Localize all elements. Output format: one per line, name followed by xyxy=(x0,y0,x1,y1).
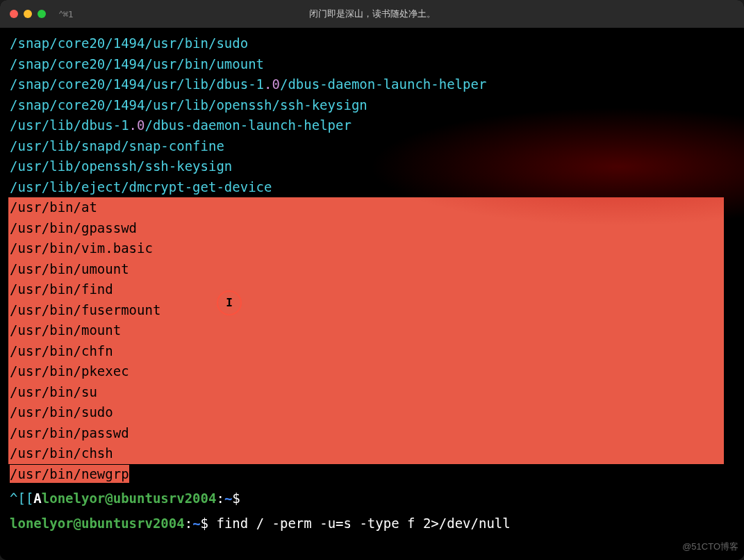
output-line: /usr/bin/chsh xyxy=(10,443,724,464)
output-line: /usr/lib/dbus-1.0/dbus-daemon-launch-hel… xyxy=(10,115,734,136)
output-line: /usr/lib/openssh/ssh-keysign xyxy=(10,156,734,177)
output-line: /usr/bin/find xyxy=(10,279,724,300)
output-line: /usr/bin/newgrp xyxy=(10,464,734,485)
terminal-body[interactable]: /snap/core20/1494/usr/bin/sudo /snap/cor… xyxy=(0,28,744,560)
cwd-path: ~ xyxy=(224,491,232,506)
escape-sequence: ^[[ xyxy=(10,491,33,506)
user-host: lonelyor@ubuntusrv2004 xyxy=(10,516,185,531)
output-line: /usr/bin/mount xyxy=(10,320,724,341)
output-line: /snap/core20/1494/usr/bin/sudo xyxy=(10,33,734,54)
terminal-window: ⌃⌘1 闭门即是深山，读书随处净土。 /snap/core20/1494/usr… xyxy=(0,0,744,560)
tab-shortcut-label: ⌃⌘1 xyxy=(58,9,72,19)
minimize-button[interactable] xyxy=(24,10,32,18)
output-line: /usr/bin/pkexec xyxy=(10,361,724,382)
output-line: /usr/bin/su xyxy=(10,382,724,403)
prompt-line: lonelyor@ubuntusrv2004:~$ find / -perm -… xyxy=(10,513,734,534)
output-line: /usr/bin/umount xyxy=(10,259,724,280)
output-line: /usr/bin/sudo xyxy=(10,402,724,423)
maximize-button[interactable] xyxy=(38,10,46,18)
output-line: /snap/core20/1494/usr/lib/openssh/ssh-ke… xyxy=(10,95,734,116)
output-line: /usr/bin/fusermount xyxy=(10,300,724,321)
window-title: 闭门即是深山，读书随处净土。 xyxy=(309,8,436,20)
output-line: /usr/bin/at xyxy=(10,197,724,218)
cwd-path: ~ xyxy=(192,516,200,531)
selection-block: /usr/bin/at /usr/bin/gpasswd /usr/bin/vi… xyxy=(8,197,724,464)
output-line: /snap/core20/1494/usr/lib/dbus-1.0/dbus-… xyxy=(10,74,734,95)
output-line: /snap/core20/1494/usr/bin/umount xyxy=(10,54,734,75)
prompt-line: ^[[Alonelyor@ubuntusrv2004:~$ xyxy=(10,488,734,509)
output-line: /usr/lib/snapd/snap-confine xyxy=(10,136,734,157)
output-line: /usr/bin/vim.basic xyxy=(10,238,724,259)
user-host: lonelyor@ubuntusrv2004 xyxy=(42,491,217,506)
command-input[interactable]: find / -perm -u=s -type f 2>/dev/null xyxy=(216,516,510,531)
output-line: /usr/bin/chfn xyxy=(10,341,724,362)
close-button[interactable] xyxy=(10,10,18,18)
traffic-lights xyxy=(10,10,46,18)
watermark-label: @51CTO博客 xyxy=(682,541,738,553)
output-line: /usr/lib/eject/dmcrypt-get-device xyxy=(10,177,734,198)
output-line: /usr/bin/passwd xyxy=(10,423,724,444)
title-bar: ⌃⌘1 闭门即是深山，读书随处净土。 xyxy=(0,0,744,28)
output-line: /usr/bin/gpasswd xyxy=(10,218,724,239)
